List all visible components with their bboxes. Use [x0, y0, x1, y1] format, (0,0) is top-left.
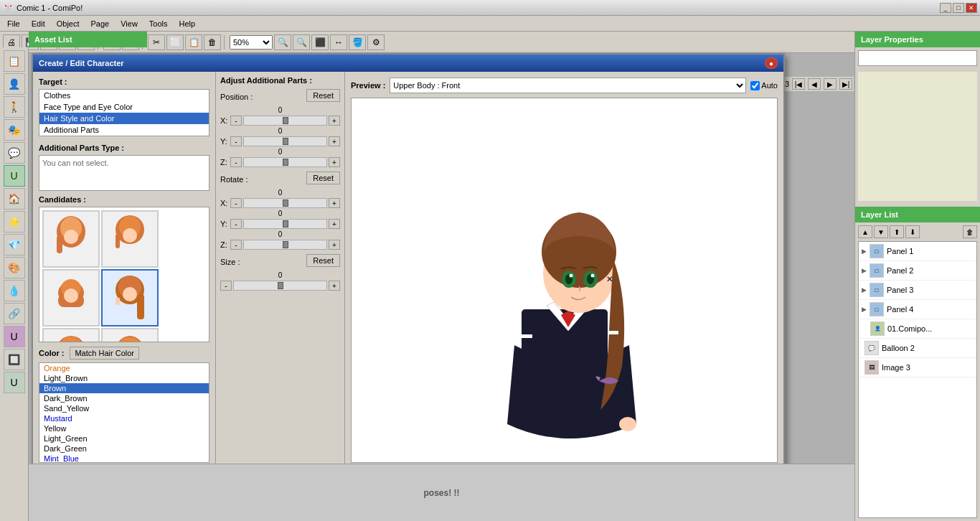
candidate-thumb-3[interactable]: [42, 269, 100, 327]
dialog-close-button[interactable]: ●: [765, 57, 778, 69]
sidebar-icon-11[interactable]: 💧: [4, 280, 25, 301]
color-item-brown[interactable]: Brown: [39, 383, 209, 393]
menu-tools[interactable]: Tools: [143, 18, 174, 29]
size-track[interactable]: [233, 281, 327, 291]
auto-checkbox[interactable]: [750, 81, 760, 90]
bucket-button[interactable]: 🪣: [349, 34, 366, 50]
color-item-light_brown[interactable]: Light_Brown: [39, 373, 209, 383]
fit-button[interactable]: ⬛: [311, 34, 329, 50]
layer-delete-button[interactable]: 🗑: [963, 225, 977, 238]
sidebar-icon-6[interactable]: U: [4, 165, 25, 187]
color-item-mustard[interactable]: Mustard: [39, 413, 209, 423]
sidebar-icon-3[interactable]: 🚶: [4, 96, 25, 118]
zoom-out-button[interactable]: 🔍: [293, 34, 310, 50]
layer-item-5[interactable]: 💬Balloon 2: [859, 339, 976, 358]
color-item-mint_blue[interactable]: Mint_Blue: [39, 454, 209, 463]
position-reset-button[interactable]: Reset: [306, 89, 340, 102]
candidate-thumb-5[interactable]: [42, 328, 100, 342]
position-z-track[interactable]: [243, 157, 327, 167]
rotate-x-track[interactable]: [243, 198, 327, 208]
menu-edit[interactable]: Edit: [26, 18, 51, 29]
color-item-yellow[interactable]: Yellow: [39, 423, 209, 433]
match-hair-color-button[interactable]: Match Hair Color: [70, 347, 139, 360]
close-window-button[interactable]: ✕: [966, 3, 977, 13]
sidebar-icon-15[interactable]: U: [4, 372, 25, 393]
target-face[interactable]: Face Type and Eye Color: [39, 101, 209, 113]
position-x-plus[interactable]: +: [329, 116, 340, 126]
sidebar-icon-10[interactable]: 🎨: [4, 257, 25, 278]
size-reset-button[interactable]: Reset: [306, 254, 340, 267]
layer-item-2[interactable]: ▶□Panel 3: [859, 281, 976, 300]
next-page-button[interactable]: ▶: [824, 78, 837, 90]
size-plus[interactable]: +: [329, 281, 340, 291]
menu-view[interactable]: View: [115, 18, 143, 29]
rotate-y-track[interactable]: [243, 219, 327, 229]
target-clothes[interactable]: Clothes: [39, 90, 209, 101]
target-additional[interactable]: Additional Parts: [39, 124, 209, 136]
rotate-x-plus[interactable]: +: [329, 198, 340, 208]
position-y-minus[interactable]: -: [230, 136, 242, 146]
rotate-x-minus[interactable]: -: [230, 198, 242, 208]
settings-button[interactable]: ⚙: [367, 34, 385, 50]
menu-file[interactable]: File: [1, 18, 26, 29]
preview-select[interactable]: Upper Body : Front: [390, 78, 746, 93]
rotate-y-minus[interactable]: -: [230, 219, 242, 229]
layer-move-up-button[interactable]: ▲: [858, 225, 872, 238]
rotate-reset-button[interactable]: Reset: [306, 172, 340, 184]
menu-page[interactable]: Page: [85, 18, 116, 29]
sidebar-icon-5[interactable]: 💬: [4, 142, 25, 164]
position-x-track[interactable]: [243, 116, 327, 126]
sidebar-icon-4[interactable]: 🎭: [4, 119, 25, 141]
rotate-y-plus[interactable]: +: [329, 219, 340, 229]
sidebar-icon-13[interactable]: U: [4, 326, 25, 347]
layer-item-3[interactable]: ▶□Panel 4: [859, 300, 976, 319]
candidate-thumb-2[interactable]: [101, 210, 159, 268]
sidebar-icon-8[interactable]: ⭐: [4, 211, 25, 233]
layer-move-bottom-button[interactable]: ⬇: [905, 225, 920, 238]
layer-item-6[interactable]: 🖼Image 3: [859, 358, 976, 377]
rotate-z-track[interactable]: [243, 240, 327, 250]
prev-page-button[interactable]: ◀: [808, 78, 821, 90]
rotate-z-minus[interactable]: -: [230, 240, 242, 250]
layer-item-4[interactable]: 👤01.Comipo...: [859, 319, 976, 339]
last-page-button[interactable]: ▶|: [839, 78, 852, 90]
color-item-sand_yellow[interactable]: Sand_Yellow: [39, 403, 209, 413]
sidebar-icon-9[interactable]: 💎: [4, 234, 25, 255]
position-y-plus[interactable]: +: [329, 136, 340, 146]
candidate-thumb-6[interactable]: [101, 328, 159, 342]
position-x-minus[interactable]: -: [230, 116, 242, 126]
minimize-button[interactable]: _: [940, 3, 951, 13]
maximize-button[interactable]: □: [953, 3, 964, 13]
size-minus[interactable]: -: [220, 281, 232, 291]
paste2-button[interactable]: 📋: [185, 34, 202, 50]
menu-help[interactable]: Help: [174, 18, 202, 29]
color-item-dark_brown[interactable]: Dark_Brown: [39, 393, 209, 403]
delete-button[interactable]: 🗑: [204, 34, 221, 50]
sidebar-icon-2[interactable]: 👤: [4, 73, 25, 95]
target-hair[interactable]: Hair Style and Color: [39, 113, 209, 124]
zoom-select[interactable]: 50% 75% 100%: [230, 35, 273, 50]
position-z-plus[interactable]: +: [329, 157, 340, 167]
fit-width-button[interactable]: ↔: [330, 34, 347, 50]
copy2-button[interactable]: ⬜: [166, 34, 184, 50]
layer-move-top-button[interactable]: ⬆: [890, 225, 904, 238]
layer-move-down-button[interactable]: ▼: [874, 225, 888, 238]
color-item-dark_green[interactable]: Dark_Green: [39, 443, 209, 454]
first-page-button[interactable]: |◀: [792, 78, 805, 90]
color-item-orange[interactable]: Orange: [39, 363, 209, 373]
color-item-light_green[interactable]: Light_Green: [39, 433, 209, 443]
sidebar-icon-12[interactable]: 🔗: [4, 303, 25, 324]
layer-item-0[interactable]: ▶□Panel 1: [859, 242, 976, 261]
cut-button[interactable]: ✂: [148, 34, 165, 50]
sidebar-icon-1[interactable]: 📋: [4, 50, 25, 72]
position-z-minus[interactable]: -: [230, 157, 242, 167]
position-y-track[interactable]: [243, 136, 327, 146]
candidate-thumb-1[interactable]: [42, 210, 100, 268]
candidate-thumb-4[interactable]: [101, 269, 159, 327]
layer-properties-input[interactable]: [858, 50, 977, 66]
layer-item-1[interactable]: ▶□Panel 2: [859, 261, 976, 281]
rotate-z-plus[interactable]: +: [329, 240, 340, 250]
zoom-in-button[interactable]: 🔍: [274, 34, 291, 50]
sidebar-icon-14[interactable]: 🔲: [4, 349, 25, 370]
menu-object[interactable]: Object: [51, 18, 85, 29]
